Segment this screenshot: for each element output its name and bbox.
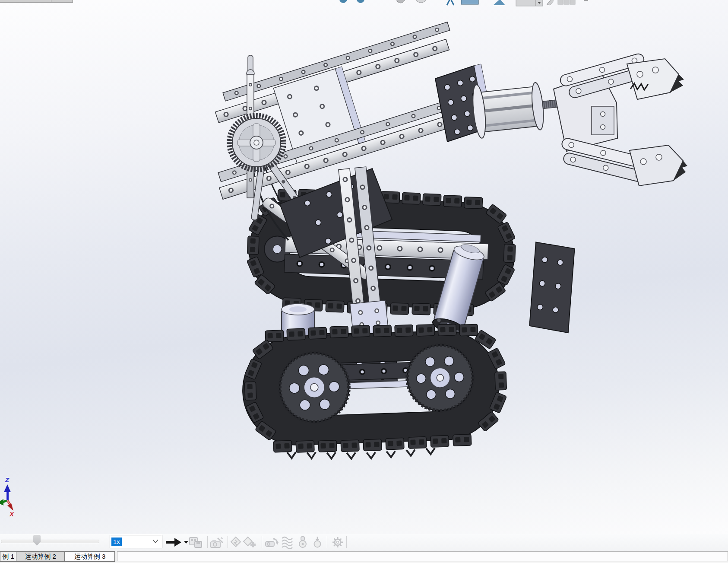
save-animation-button[interactable]: [189, 536, 203, 549]
clipped-icon[interactable]: [396, 0, 405, 3]
tab-motion-study-2[interactable]: 运动算例 2: [16, 551, 65, 562]
tab-motion-study-3[interactable]: 运动算例 3: [65, 551, 115, 562]
clipped-icon[interactable]: [570, 0, 575, 4]
tab-bar-divider: [0, 562, 728, 562]
chevron-down-icon: [184, 541, 188, 544]
gripper-claw[interactable]: [554, 51, 687, 186]
clipped-icon[interactable]: [547, 0, 554, 5]
playback-mode-button[interactable]: [166, 536, 188, 549]
spring-button[interactable]: [281, 536, 294, 549]
clipped-icon[interactable]: [493, 0, 505, 5]
clipped-icon[interactable]: [339, 0, 347, 3]
timeline-slider-track[interactable]: [1, 540, 99, 543]
gravity-button[interactable]: [312, 536, 323, 549]
motion-study-tab-bar: 例 1 运动算例 2 运动算例 3: [0, 551, 728, 563]
timeline-slider-handle[interactable]: [33, 535, 41, 546]
motion-study-toolbar: 1x: [0, 534, 728, 551]
separator: [228, 536, 228, 548]
clipped-icon: [584, 0, 588, 1]
graphics-viewport[interactable]: Z X: [0, 0, 728, 534]
add-key-button[interactable]: [243, 536, 256, 549]
tab-strip-empty-area: [117, 551, 728, 561]
clipped-panel-edge: [0, 0, 73, 3]
left-sprocket[interactable]: [279, 352, 350, 423]
separator: [327, 536, 327, 548]
clipped-icon[interactable]: [461, 0, 478, 4]
clipped-icon[interactable]: [416, 0, 426, 3]
lower-track[interactable]: [241, 321, 509, 463]
clipped-icon[interactable]: [564, 0, 569, 4]
auto-key-button[interactable]: [230, 536, 242, 549]
z-axis-label: Z: [5, 476, 9, 483]
clipped-icon[interactable]: [357, 0, 364, 3]
chevron-down-icon: [152, 539, 158, 543]
separator: [262, 536, 262, 548]
clipped-icon[interactable]: [558, 0, 563, 4]
x-axis-label: X: [9, 510, 14, 518]
playback-speed-value: 1x: [111, 538, 122, 546]
animation-wizard-button[interactable]: [210, 536, 225, 549]
clipped-icon[interactable]: [447, 0, 454, 5]
separator: [207, 536, 208, 548]
contact-button[interactable]: [297, 536, 309, 549]
separator: [346, 536, 347, 548]
motion-study-properties-button[interactable]: [331, 536, 345, 549]
tab-motion-study-1[interactable]: 例 1: [0, 551, 16, 562]
playback-speed-combo[interactable]: 1x: [110, 535, 162, 548]
orientation-triad: Z X: [0, 469, 35, 534]
clipped-toolbar-icons[interactable]: [320, 0, 605, 7]
cad-model[interactable]: [0, 0, 728, 534]
motor-button[interactable]: [265, 536, 279, 549]
